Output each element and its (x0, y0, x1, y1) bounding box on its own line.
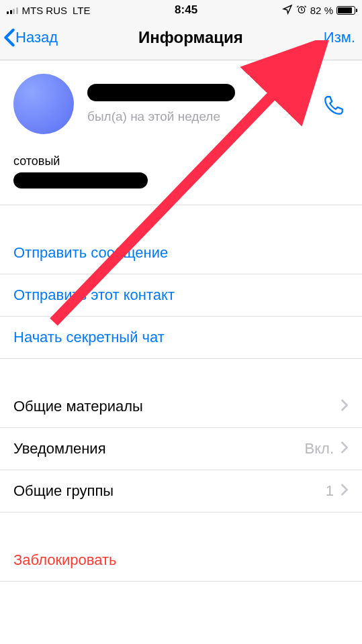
groups-value: 1 (326, 482, 334, 500)
battery-percent: 82 % (310, 5, 333, 16)
status-time: 8:45 (175, 3, 197, 17)
contact-name-redacted (87, 84, 349, 103)
status-right: 82 % (282, 4, 355, 17)
battery-icon (336, 6, 355, 15)
notifications-row[interactable]: Уведомления Вкл. (0, 428, 362, 470)
call-button[interactable] (322, 94, 345, 119)
shared-media-label: Общие материалы (13, 398, 143, 415)
chevron-right-icon (341, 398, 349, 415)
chevron-right-icon (341, 440, 349, 458)
location-icon (282, 4, 293, 17)
secret-chat-button[interactable]: Начать секретный чат (0, 317, 362, 359)
actions-list: Отправить сообщение Отправить этот конта… (0, 232, 362, 359)
phone-label: сотовый (13, 154, 349, 168)
status-left: MTS RUS LTE (7, 5, 90, 16)
nav-bar: Назад Информация Изм. (0, 20, 362, 60)
edit-button[interactable]: Изм. (324, 29, 355, 46)
groups-row[interactable]: Общие группы 1 (0, 470, 362, 513)
status-bar: MTS RUS LTE 8:45 82 % (0, 0, 362, 20)
shared-media-row[interactable]: Общие материалы (0, 386, 362, 428)
carrier-label: MTS RUS (22, 5, 68, 16)
alarm-icon (296, 4, 307, 17)
signal-icon (7, 6, 18, 14)
back-button[interactable]: Назад (3, 28, 58, 47)
notifications-label: Уведомления (13, 440, 106, 458)
phone-section: сотовый (0, 148, 362, 205)
network-label: LTE (73, 5, 90, 16)
share-contact-button[interactable]: Отправить этот контакт (0, 274, 362, 317)
profile-header: был(а) на этой неделе (0, 60, 362, 148)
profile-info: был(а) на этой неделе (87, 84, 349, 124)
avatar[interactable] (13, 74, 74, 134)
block-user-button[interactable]: Заблокировать (0, 539, 362, 582)
block-section: Заблокировать (0, 539, 362, 582)
notifications-value: Вкл. (305, 440, 334, 458)
back-label: Назад (15, 29, 58, 46)
settings-list: Общие материалы Уведомления Вкл. Общие г… (0, 386, 362, 513)
phone-number-redacted[interactable] (13, 172, 349, 191)
chevron-right-icon (341, 482, 349, 500)
send-message-button[interactable]: Отправить сообщение (0, 232, 362, 274)
last-seen-status: был(а) на этой неделе (87, 109, 349, 124)
page-title: Информация (138, 28, 243, 47)
groups-label: Общие группы (13, 482, 114, 500)
